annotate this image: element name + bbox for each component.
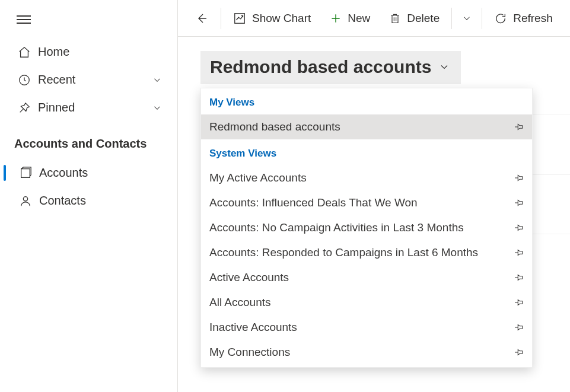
sidebar-item-label: Accounts (36, 166, 88, 180)
pin-icon[interactable] (513, 197, 524, 208)
dropdown-item[interactable]: Accounts: Responded to Campaigns in Last… (201, 240, 532, 265)
dropdown-item[interactable]: Redmond based accounts (201, 114, 532, 139)
dropdown-item-label: Accounts: Influenced Deals That We Won (209, 196, 513, 209)
clock-icon (14, 74, 34, 87)
separator (451, 8, 452, 29)
cmd-label: Show Chart (252, 12, 311, 25)
pin-icon[interactable] (513, 297, 524, 308)
view-dropdown: My Views Redmond based accounts System V… (200, 88, 533, 368)
view-selector[interactable]: Redmond based accounts (200, 51, 461, 84)
chevron-down-icon (149, 75, 165, 85)
dropdown-item-label: Inactive Accounts (209, 321, 513, 334)
delete-button[interactable]: Delete (381, 0, 448, 37)
home-icon (14, 46, 34, 59)
dropdown-group-system-views: System Views (201, 139, 532, 165)
nav-pinned[interactable]: Pinned (0, 94, 177, 122)
new-button[interactable]: New (321, 0, 378, 37)
pin-icon[interactable] (513, 322, 524, 333)
pin-icon[interactable] (513, 173, 524, 183)
dropdown-item-label: My Connections (209, 346, 513, 359)
refresh-button[interactable]: Refresh (486, 0, 561, 37)
nav-label: Recent (34, 73, 149, 87)
person-icon (15, 195, 36, 208)
svg-point-2 (23, 196, 27, 200)
nav-label: Home (34, 45, 165, 59)
pin-icon (14, 101, 34, 114)
sidebar-item-label: Contacts (36, 194, 86, 208)
cmd-label: Delete (407, 12, 440, 25)
back-arrow-icon (195, 11, 209, 26)
sidebar-item-accounts[interactable]: Accounts (0, 159, 177, 187)
pin-icon[interactable] (513, 247, 524, 258)
dropdown-group-my-views: My Views (201, 88, 532, 114)
accounts-icon (15, 167, 36, 180)
view-selector-label: Redmond based accounts (210, 57, 431, 77)
nav-home[interactable]: Home (0, 38, 177, 66)
chevron-down-icon (438, 57, 450, 77)
chart-icon (233, 12, 246, 25)
nav-recent[interactable]: Recent (0, 66, 177, 94)
hamburger-menu-icon[interactable] (17, 13, 31, 24)
plus-icon (330, 12, 342, 24)
separator (482, 8, 482, 29)
dropdown-item[interactable]: All Accounts (201, 290, 532, 315)
dropdown-item[interactable]: Inactive Accounts (201, 315, 532, 340)
dropdown-item[interactable]: Accounts: Influenced Deals That We Won (201, 190, 532, 215)
pin-icon[interactable] (513, 122, 524, 132)
command-bar: Show Chart New Delete (178, 0, 570, 37)
chevron-down-icon (461, 13, 472, 24)
dropdown-item[interactable]: My Connections (201, 340, 532, 365)
dropdown-item[interactable]: Accounts: No Campaign Activities in Last… (201, 215, 532, 240)
trash-icon (389, 12, 401, 25)
refresh-icon (494, 12, 507, 25)
dropdown-item-label: All Accounts (209, 296, 513, 309)
dropdown-item-label: Accounts: No Campaign Activities in Last… (209, 221, 513, 234)
overflow-chevron-button[interactable] (456, 0, 478, 37)
separator (221, 8, 221, 29)
dropdown-item-label: Active Accounts (209, 271, 513, 284)
sidebar-section-header: Accounts and Contacts (0, 122, 177, 159)
pin-icon[interactable] (513, 347, 524, 358)
cmd-label: New (348, 12, 370, 25)
cmd-label: Refresh (513, 12, 553, 25)
pin-icon[interactable] (513, 222, 524, 233)
pin-icon[interactable] (513, 272, 524, 283)
nav-label: Pinned (34, 101, 149, 114)
dropdown-item-label: Redmond based accounts (209, 120, 513, 133)
chevron-down-icon (149, 103, 165, 113)
svg-rect-1 (21, 168, 30, 177)
dropdown-item-label: Accounts: Responded to Campaigns in Last… (209, 246, 513, 259)
dropdown-item[interactable]: Active Accounts (201, 265, 532, 290)
dropdown-item-label: My Active Accounts (209, 171, 513, 184)
show-chart-button[interactable]: Show Chart (225, 0, 319, 37)
sidebar-item-contacts[interactable]: Contacts (0, 187, 177, 215)
back-button[interactable] (186, 0, 217, 37)
dropdown-item[interactable]: My Active Accounts (201, 165, 532, 190)
